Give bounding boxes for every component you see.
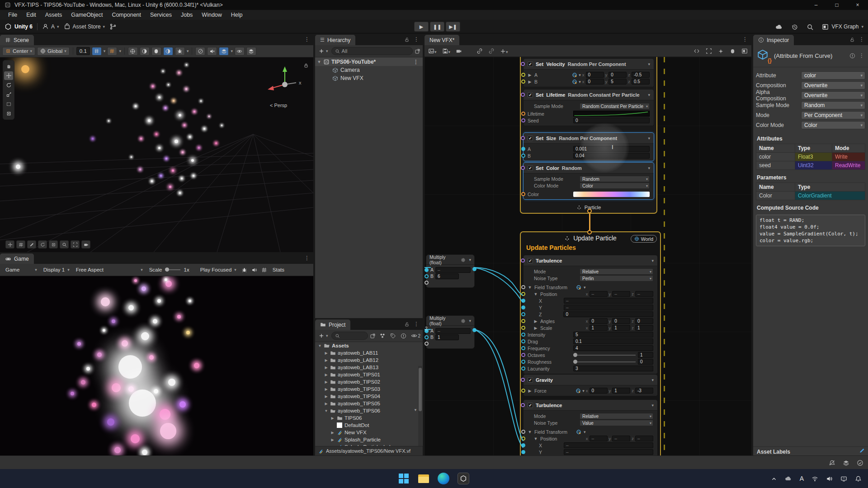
seed-port[interactable] [521, 118, 525, 122]
file-explorer-icon[interactable] [417, 472, 430, 485]
project-asset-row[interactable]: ▶ TIPS06 [315, 414, 423, 422]
block-enable-port[interactable] [521, 258, 525, 263]
value-field[interactable]: – [564, 298, 653, 304]
value-field[interactable]: – [564, 442, 653, 448]
snap-grid-icon[interactable] [92, 47, 102, 56]
block-checkbox[interactable]: ✓ [528, 136, 533, 141]
graph-compile-icon[interactable]: ▾ [428, 47, 437, 55]
game-menu-icon[interactable]: ⋮ [304, 255, 310, 261]
value-field[interactable]: 0 [586, 72, 604, 78]
project-search-expand-icon[interactable] [370, 333, 376, 338]
gradient-port[interactable] [521, 192, 525, 196]
hierarchy-item[interactable]: New VFX [315, 74, 423, 82]
orientation-gizmo[interactable]: x < Persp [264, 61, 305, 111]
value-field[interactable]: 0 [586, 79, 604, 84]
aspect-dropdown[interactable]: Free Aspect▾ [73, 265, 146, 275]
scene-measure-icon[interactable] [49, 240, 58, 249]
grid-size-field[interactable]: 0.1 [76, 47, 90, 55]
value-field[interactable]: – [612, 436, 630, 441]
value-field[interactable]: 0 [563, 311, 653, 317]
seed-field[interactable]: 0 [573, 117, 650, 123]
asset-labels-bar[interactable]: Asset Labels [753, 446, 868, 455]
camera-2d-toggle-icon[interactable] [195, 47, 205, 56]
block-turbulence-1[interactable]: ✓ Turbulence ▾ Mode Relative Noise Type … [523, 255, 658, 374]
persp-label[interactable]: < Persp [270, 103, 287, 108]
tab-hierarchy[interactable]: ☰ Hierarchy [315, 35, 355, 45]
block-checkbox[interactable]: ✓ [528, 61, 533, 67]
drag-port[interactable] [521, 339, 525, 343]
lifetime-curve-field[interactable] [573, 111, 650, 117]
project-visibility-icon[interactable]: 2 [411, 333, 420, 339]
game-vsync-icon[interactable] [259, 266, 269, 274]
debug-bug-icon[interactable] [175, 47, 185, 56]
cast-icon[interactable] [840, 475, 847, 482]
space-icon[interactable] [576, 285, 581, 290]
graph-canvas[interactable]: 2 ✓ Set Velocity Random Per Component ▾ … [425, 57, 751, 455]
color-mode-dropdown[interactable]: Color [580, 183, 650, 189]
asset-store-menu[interactable]: Asset Store▾ [64, 23, 105, 30]
value-field[interactable]: – [590, 291, 608, 297]
hierarchy-add-button[interactable]: ▾ [317, 47, 330, 56]
project-menu-icon[interactable]: ⋮ [414, 321, 419, 327]
intensity-port[interactable] [521, 333, 525, 337]
search-icon[interactable] [807, 23, 814, 31]
field-transform-port[interactable] [521, 285, 525, 289]
value-field[interactable]: 0 [590, 318, 608, 324]
value-field[interactable]: 5 [573, 332, 653, 338]
lacunarity-port[interactable] [521, 366, 525, 371]
block-gravity[interactable]: ✓ Gravity ▾ ▶ Force ▾ x0 y1 z-3 [523, 374, 658, 396]
color-gradient-field[interactable] [573, 192, 650, 197]
mul-b-port[interactable] [425, 274, 429, 278]
project-folder-row[interactable]: ▶ ayatoweb_TIPS02 [315, 378, 423, 385]
block-enable-port[interactable] [521, 166, 525, 170]
mul-output-port[interactable] [472, 267, 476, 271]
graph-save-icon[interactable]: ▾ [442, 47, 451, 55]
block-enable-port[interactable] [521, 378, 525, 382]
value-field[interactable]: – [612, 291, 630, 297]
graph-sparkle-icon[interactable] [718, 47, 724, 55]
menu-item[interactable]: GameObject [66, 10, 107, 20]
noise-type-dropdown[interactable]: Perlin [580, 275, 653, 282]
game-audio-icon[interactable] [250, 266, 259, 274]
project-folder-row[interactable]: ▶ ayatoweb_LAB13 [315, 364, 423, 371]
property-dropdown[interactable]: Per Component▾ [801, 111, 865, 119]
notification-bell-icon[interactable] [855, 475, 862, 482]
play-button[interactable]: ▶ [414, 22, 429, 32]
world-space-badge[interactable]: World [631, 235, 657, 243]
scene-visibility-icon[interactable] [235, 47, 245, 56]
scroll-down-arrow[interactable]: ▼ [414, 408, 417, 412]
graph-code-icon[interactable] [693, 47, 700, 55]
project-asset-row[interactable]: DefaultDot [315, 422, 423, 429]
field-transform-port[interactable] [521, 430, 525, 434]
project-folder-row[interactable]: ▶ ayatoweb_TIPS04 [315, 393, 423, 400]
move-tool-icon[interactable] [4, 71, 13, 80]
block-checkbox[interactable]: ✓ [528, 403, 533, 408]
position-y-port[interactable] [521, 305, 525, 310]
block-enable-port[interactable] [521, 62, 525, 66]
project-packages-icon[interactable] [379, 333, 386, 339]
game-viewport[interactable] [0, 276, 313, 455]
value-field[interactable]: – [635, 436, 653, 441]
maximize-button[interactable]: □ [826, 0, 847, 10]
scene-move-icon[interactable] [5, 240, 14, 249]
project-folder-row[interactable]: ▶ ayatoweb_TIPS05 [315, 400, 423, 407]
node-settings-icon[interactable] [461, 257, 466, 263]
value-field[interactable]: 1 [612, 388, 630, 394]
game-mode-dropdown[interactable]: Game▾ [2, 265, 40, 275]
skybox-toggle-icon[interactable] [151, 47, 161, 56]
project-add-button[interactable]: ▾ [317, 332, 330, 340]
menu-item[interactable]: Jobs [176, 10, 197, 20]
scene-zoom-icon[interactable] [60, 240, 69, 249]
game-debug-icon[interactable] [240, 266, 250, 274]
collapse-chevron-icon[interactable]: ▾ [651, 258, 654, 263]
effects-toggle-icon[interactable] [163, 47, 173, 56]
value-field[interactable]: 5 [609, 79, 627, 84]
value-field[interactable]: 1 [612, 325, 630, 331]
context-in-port[interactable] [587, 230, 592, 235]
stats-button[interactable]: Stats [269, 265, 288, 275]
value-field[interactable]: -0.5 [632, 72, 650, 78]
hierarchy-menu-icon[interactable]: ⋮ [414, 36, 419, 42]
block-set-lifetime[interactable]: ✓ Set Lifetime Random Constant Per Parti… [523, 89, 654, 126]
step-button[interactable]: ▶❚ [446, 22, 460, 32]
noise-type-dropdown[interactable]: Value [580, 420, 653, 426]
